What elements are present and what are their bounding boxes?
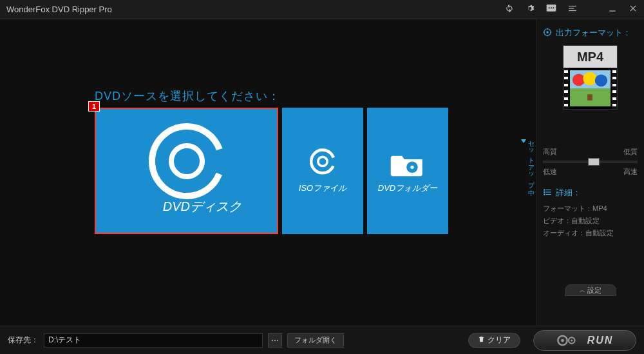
trash-icon — [478, 335, 485, 345]
clear-label: クリア — [488, 335, 511, 346]
chevron-up-icon: ︿ — [580, 286, 585, 295]
step-badge: 1 — [88, 101, 100, 112]
svg-point-8 — [152, 126, 222, 196]
iso-file-label: ISOファイル — [299, 182, 346, 194]
output-path-value: D:\テスト — [48, 335, 81, 346]
svg-point-22 — [573, 74, 585, 86]
svg-rect-27 — [546, 189, 551, 190]
detail-audio: オーディオ：自動設定 — [543, 228, 638, 238]
svg-rect-28 — [544, 191, 545, 192]
svg-rect-26 — [544, 189, 545, 190]
svg-rect-31 — [546, 193, 551, 194]
gears-icon — [556, 334, 581, 347]
svg-point-15 — [546, 31, 549, 34]
slider-thumb[interactable] — [588, 158, 600, 166]
quality-slider[interactable] — [543, 161, 638, 163]
svg-point-3 — [553, 7, 554, 8]
output-format-header: 出力フォーマット： — [543, 27, 638, 39]
svg-rect-29 — [546, 192, 551, 192]
dvd-disc-card[interactable]: 1 DVDディスク — [95, 108, 278, 234]
open-folder-button[interactable]: フォルダ開く — [287, 333, 344, 348]
dvd-folder-card[interactable]: DVDフォルダー — [367, 108, 448, 234]
open-folder-label: フォルダ開く — [294, 335, 337, 345]
browse-button[interactable]: ⋯ — [268, 333, 282, 348]
svg-point-33 — [561, 339, 564, 342]
menu-icon[interactable] — [568, 4, 577, 15]
format-thumbnail[interactable]: MP4 — [563, 45, 618, 110]
dvd-folder-label: DVDフォルダー — [378, 182, 437, 194]
app-title: WonderFox DVD Ripper Pro — [6, 5, 505, 14]
run-button[interactable]: RUN — [533, 330, 636, 351]
svg-point-35 — [571, 339, 573, 341]
svg-point-24 — [595, 75, 607, 87]
format-code: MP4 — [564, 46, 617, 68]
sidebar: セットアップ中 出力フォーマット： MP4 — [536, 19, 644, 326]
details-header: 詳細： — [543, 187, 638, 199]
settings-button[interactable]: ︿ 設定 — [565, 284, 616, 296]
svg-rect-6 — [569, 10, 576, 11]
output-path-field[interactable]: D:\テスト — [44, 333, 263, 348]
vertical-hint: セットアップ中 — [525, 137, 535, 185]
titlebar: WonderFox DVD Ripper Pro — [0, 0, 644, 19]
svg-point-13 — [410, 166, 413, 169]
detail-video: ビデオ：自動設定 — [543, 216, 638, 226]
run-label: RUN — [587, 335, 614, 346]
svg-rect-25 — [587, 94, 592, 100]
minimize-icon[interactable] — [608, 4, 617, 15]
svg-rect-4 — [569, 6, 576, 6]
clear-button[interactable]: クリア — [468, 333, 520, 348]
quality-high-label: 高質 — [543, 147, 557, 157]
speed-fast-label: 高速 — [623, 167, 638, 177]
target-icon — [543, 28, 552, 39]
details-label: 詳細： — [556, 187, 581, 199]
svg-point-2 — [551, 7, 552, 8]
svg-rect-7 — [609, 11, 615, 12]
output-format-label: 出力フォーマット： — [556, 27, 631, 39]
svg-point-1 — [549, 7, 550, 8]
svg-point-9 — [171, 146, 202, 177]
iso-file-card[interactable]: ISOファイル — [282, 108, 363, 234]
dvd-disc-label: DVDディスク — [163, 198, 242, 215]
bottom-bar: 保存先： D:\テスト ⋯ フォルダ開く クリア RUN — [0, 326, 644, 354]
list-icon — [543, 188, 552, 199]
svg-rect-30 — [544, 193, 545, 195]
source-prompt: DVDソースを選択してください： — [95, 88, 280, 104]
subtitle-icon[interactable] — [546, 4, 556, 15]
quality-low-label: 低質 — [623, 147, 638, 157]
refresh-icon[interactable] — [505, 4, 514, 15]
save-to-label: 保存先： — [8, 335, 39, 346]
settings-icon[interactable] — [526, 4, 535, 15]
detail-format: フォーマット：MP4 — [543, 204, 638, 213]
svg-point-23 — [583, 72, 596, 86]
svg-rect-5 — [569, 8, 574, 8]
svg-point-10 — [311, 150, 334, 173]
speed-slow-label: 低速 — [543, 167, 557, 177]
svg-point-11 — [318, 157, 327, 166]
main-area: DVDソースを選択してください： 1 DVDディスク — [0, 19, 536, 326]
settings-label: 設定 — [587, 286, 601, 295]
close-icon[interactable] — [629, 4, 638, 15]
